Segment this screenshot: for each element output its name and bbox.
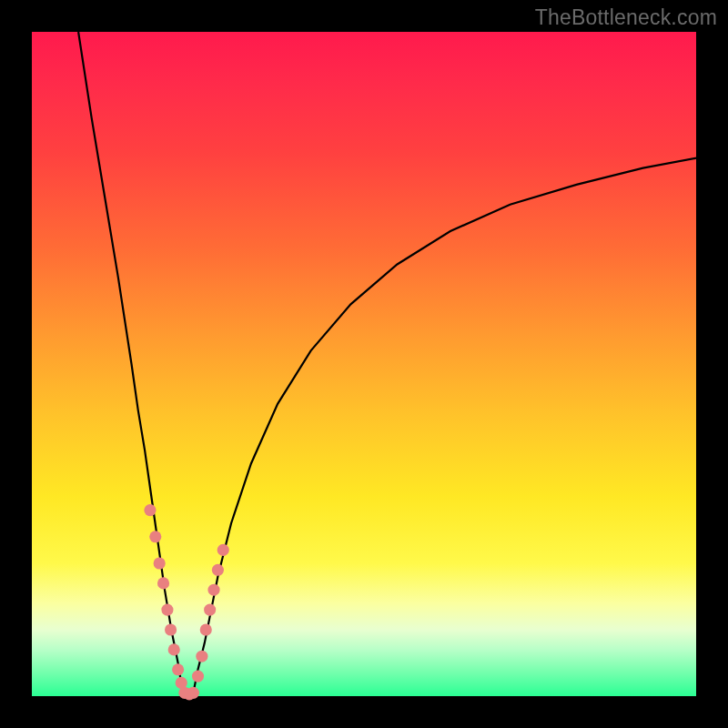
chart-frame: TheBottleneck.com — [0, 0, 728, 728]
data-marker — [217, 544, 229, 556]
data-marker — [149, 531, 161, 542]
data-marker — [168, 643, 180, 655]
data-marker — [204, 604, 216, 616]
curve-layer — [32, 32, 696, 696]
data-marker — [212, 564, 224, 576]
data-marker — [187, 687, 199, 699]
data-marker — [144, 504, 156, 516]
curve-right-branch — [193, 158, 696, 696]
data-marker — [154, 557, 166, 569]
watermark-text: TheBottleneck.com — [535, 5, 717, 30]
data-marker — [157, 577, 169, 589]
data-marker — [172, 663, 184, 675]
data-marker — [200, 623, 212, 635]
marker-group — [144, 504, 228, 700]
data-marker — [161, 604, 173, 616]
data-marker — [165, 623, 177, 635]
curve-left-branch — [78, 32, 183, 696]
plot-area — [32, 32, 696, 696]
data-marker — [196, 651, 207, 662]
data-marker — [207, 584, 219, 596]
data-marker — [192, 671, 204, 682]
